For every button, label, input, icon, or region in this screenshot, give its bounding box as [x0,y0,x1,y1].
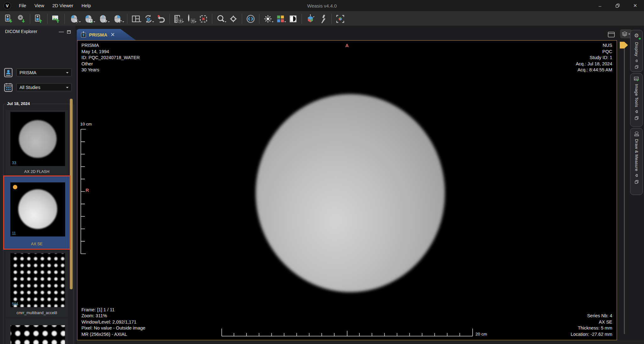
patient-icon [4,68,13,77]
measurement-tools-button[interactable] [172,12,185,25]
mouse-left-window-level-button[interactable] [67,12,81,25]
synchronize-icon [144,14,153,24]
tab-image-tools-label: Image Tools [634,84,639,107]
slice-location: Location: -27.62 mm [571,331,612,338]
series-slider-track[interactable] [624,48,625,334]
series-thumbnail-ax-se-selected[interactable]: 11 AX SE [3,175,70,250]
viewer-tab-prisma[interactable]: PRISMA ✕ [77,29,136,40]
study-select[interactable]: All Studies [16,83,72,91]
window-level-info: Window/Level: 2,092/1,171 [81,319,145,325]
menu-file-label: File [19,3,26,8]
toolbar-separator [47,14,47,24]
close-button[interactable]: ✕ [626,0,644,11]
invert-lut-button[interactable] [287,12,299,25]
acquisition-date: Acq.: Jul 18, 2024 [576,61,612,67]
horizontal-scale-ruler [221,328,474,337]
overlay-bottom-left: Frame: [1] 1 / 11 Zoom: 311% Window/Leve… [81,307,145,338]
tab-close-icon[interactable]: ✕ [110,31,115,38]
mouse-left-context-menu-button[interactable] [81,12,96,25]
measurement-tools-icon [174,14,183,24]
patient-select[interactable]: PRISMA [16,69,72,76]
weasis-window: V File View 2D Viewer Help Weasis v4.4.0… [0,0,644,344]
restore-button[interactable] [609,0,626,11]
phantom-sphere [19,120,57,158]
pan-zoom-navigation-button[interactable] [227,12,240,25]
toolbar-separator [302,14,302,24]
menu-view-label: View [34,3,44,8]
series-thumbnail-ax-2d-flash[interactable]: 33 AX 2D FLASH [6,110,68,176]
menu-file[interactable]: File [15,0,30,11]
color-lut-button[interactable] [274,12,287,25]
export-image-icon [51,14,61,24]
series-instance-count: 504 [12,302,18,306]
mouse-left-context-menu-icon [84,14,93,24]
study-date-label: Jul 18, 2024 [5,101,31,106]
panel-maximize-button[interactable] [66,30,72,34]
tab-draw-measure[interactable]: Draw & Measure [630,128,643,195]
vertical-scale-ruler [80,129,89,254]
series-label: AX SE [4,242,69,246]
delete-selection-icon [199,14,208,24]
window-level-button[interactable] [262,12,274,25]
reset-icon [156,14,166,24]
mouse-middle-series-scroll-button[interactable] [96,12,110,25]
frame-info: Frame: [1] 1 / 11 [81,307,145,313]
panel-minimize-button[interactable]: — [58,30,64,34]
pin-icon[interactable] [635,59,638,63]
layers-icon [622,31,628,36]
pan-zoom-navigation-icon [229,14,238,24]
tab-display[interactable]: ⚙ Display [630,30,643,72]
draw-tools-button[interactable] [185,12,197,25]
detach-window-icon[interactable] [635,180,639,184]
pixel-info: Pixel: No value - Outside image [81,325,145,331]
tab-image-tools[interactable]: Image Tools [630,73,643,127]
draw-measure-icon [634,131,639,136]
series-thumbnail-partial[interactable] [6,318,68,344]
export-image-button[interactable] [50,12,62,25]
menu-view[interactable]: View [30,0,48,11]
detach-window-icon[interactable] [635,65,639,69]
series-slider-handle[interactable] [620,41,628,49]
layout-button[interactable] [130,12,142,25]
cube-3d-orientation-icon [336,14,345,24]
window-title: Weasis v4.4.0 [0,3,644,8]
menu-help[interactable]: Help [77,0,95,11]
panel-divider [75,26,77,344]
toolbar-separator [127,14,127,24]
import-dicom-button[interactable] [3,12,15,25]
toolbar-separator [30,14,30,24]
export-dicom-button[interactable] [32,12,45,25]
image-tools-icon [634,76,639,81]
cube-3d-orientation-button[interactable] [334,12,347,25]
viewport[interactable]: PRISMA May 14, 1994 ID: PQC_20240718_WAT… [77,40,617,340]
series-image: 504 [10,253,65,307]
zoom-button[interactable] [214,12,227,25]
modality-info: MR (256x256) - AXIAL [81,331,145,338]
phantom-sphere-image [256,94,445,292]
crosshair-mode-button[interactable] [244,12,257,25]
series-thumbnail-cmrr-multiband[interactable]: 504 cmrr_multiband_accel8 [6,250,68,317]
status-strip [75,340,644,344]
import-cd-button[interactable] [15,12,28,25]
expand-layout-button[interactable] [608,31,615,38]
chevron-down-icon [66,87,69,89]
mouse-right-pan-button[interactable] [110,12,125,25]
patient-sex: Other [81,61,140,67]
toolbar-separator [242,14,242,24]
pin-icon[interactable] [635,174,638,177]
delete-selection-button[interactable] [197,12,210,25]
toolbar-separator [169,14,170,24]
detach-window-icon[interactable] [635,116,639,120]
mpr-3d-button[interactable] [304,12,317,25]
phantom-dot-grid [10,325,65,344]
import-cd-icon [17,14,26,24]
menu-2d-viewer[interactable]: 2D Viewer [48,0,78,11]
pin-icon[interactable] [635,110,638,114]
series-image: 11 [10,182,65,236]
synchronize-button[interactable] [142,12,155,25]
layout-icon [131,14,141,24]
volume-tools-button[interactable] [317,12,329,25]
overlay-bottom-right: Series Nb: 4 AX SE Thickness: 5 mm Locat… [571,313,612,337]
minimize-button[interactable]: – [591,0,609,11]
reset-button[interactable] [155,12,167,25]
